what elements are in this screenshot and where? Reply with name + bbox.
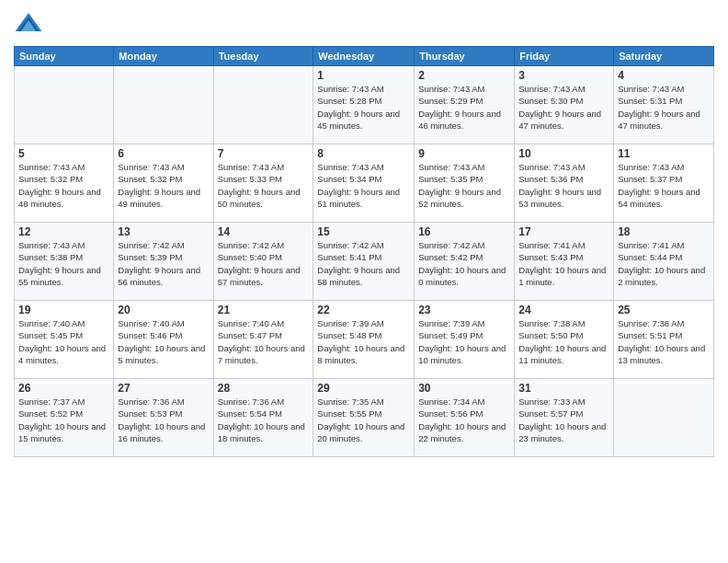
calendar-page: SundayMondayTuesdayWednesdayThursdayFrid… (0, 0, 728, 563)
calendar-header-row: SundayMondayTuesdayWednesdayThursdayFrid… (15, 47, 714, 66)
calendar-cell: 10Sunrise: 7:43 AM Sunset: 5:36 PM Dayli… (515, 144, 614, 223)
calendar-cell: 8Sunrise: 7:43 AM Sunset: 5:34 PM Daylig… (313, 144, 415, 223)
logo (14, 9, 47, 39)
calendar-cell: 25Sunrise: 7:38 AM Sunset: 5:51 PM Dayli… (614, 301, 714, 379)
day-header-tuesday: Tuesday (213, 47, 313, 66)
day-number: 2 (418, 69, 510, 82)
day-number: 4 (618, 69, 710, 82)
calendar-cell (213, 66, 313, 144)
day-number: 18 (618, 225, 710, 238)
calendar-cell: 3Sunrise: 7:43 AM Sunset: 5:30 PM Daylig… (515, 66, 614, 144)
calendar-cell: 16Sunrise: 7:42 AM Sunset: 5:42 PM Dayli… (415, 223, 515, 301)
day-header-monday: Monday (114, 47, 213, 66)
day-info: Sunrise: 7:43 AM Sunset: 5:30 PM Dayligh… (518, 83, 609, 132)
day-number: 16 (418, 225, 510, 238)
day-info: Sunrise: 7:43 AM Sunset: 5:34 PM Dayligh… (317, 161, 410, 210)
day-number: 1 (317, 69, 410, 82)
calendar-cell: 29Sunrise: 7:35 AM Sunset: 5:55 PM Dayli… (313, 379, 415, 457)
day-info: Sunrise: 7:34 AM Sunset: 5:56 PM Dayligh… (418, 396, 510, 444)
day-number: 21 (218, 304, 310, 316)
day-number: 28 (218, 382, 310, 395)
day-number: 20 (118, 304, 209, 316)
header (14, 9, 714, 39)
day-number: 5 (18, 147, 109, 160)
day-number: 19 (18, 304, 109, 316)
calendar-cell (114, 66, 213, 144)
day-number: 8 (317, 147, 410, 160)
day-number: 30 (418, 382, 510, 395)
day-number: 15 (317, 225, 410, 238)
calendar-cell: 15Sunrise: 7:42 AM Sunset: 5:41 PM Dayli… (313, 223, 415, 301)
calendar-week-row: 1Sunrise: 7:43 AM Sunset: 5:28 PM Daylig… (15, 66, 714, 144)
day-info: Sunrise: 7:43 AM Sunset: 5:28 PM Dayligh… (317, 83, 410, 132)
calendar-cell: 9Sunrise: 7:43 AM Sunset: 5:35 PM Daylig… (415, 144, 515, 223)
day-number: 26 (18, 382, 109, 395)
calendar-cell: 7Sunrise: 7:43 AM Sunset: 5:33 PM Daylig… (213, 144, 313, 223)
calendar-cell: 24Sunrise: 7:38 AM Sunset: 5:50 PM Dayli… (515, 301, 614, 379)
day-number: 12 (18, 225, 109, 238)
day-info: Sunrise: 7:33 AM Sunset: 5:57 PM Dayligh… (518, 396, 609, 444)
calendar-cell: 27Sunrise: 7:36 AM Sunset: 5:53 PM Dayli… (114, 379, 213, 457)
day-number: 9 (418, 147, 510, 160)
day-info: Sunrise: 7:39 AM Sunset: 5:48 PM Dayligh… (317, 317, 410, 366)
calendar-cell: 30Sunrise: 7:34 AM Sunset: 5:56 PM Dayli… (415, 379, 515, 457)
day-info: Sunrise: 7:43 AM Sunset: 5:37 PM Dayligh… (618, 161, 710, 210)
day-info: Sunrise: 7:43 AM Sunset: 5:31 PM Dayligh… (618, 83, 710, 132)
day-number: 13 (118, 225, 209, 238)
day-header-thursday: Thursday (415, 47, 515, 66)
day-info: Sunrise: 7:38 AM Sunset: 5:51 PM Dayligh… (618, 317, 710, 366)
day-header-friday: Friday (515, 47, 614, 66)
calendar-cell: 28Sunrise: 7:36 AM Sunset: 5:54 PM Dayli… (213, 379, 313, 457)
calendar-cell: 5Sunrise: 7:43 AM Sunset: 5:32 PM Daylig… (15, 144, 114, 223)
day-info: Sunrise: 7:36 AM Sunset: 5:54 PM Dayligh… (218, 396, 310, 444)
calendar-cell: 14Sunrise: 7:42 AM Sunset: 5:40 PM Dayli… (213, 223, 313, 301)
calendar-week-row: 26Sunrise: 7:37 AM Sunset: 5:52 PM Dayli… (15, 379, 714, 457)
calendar-cell: 31Sunrise: 7:33 AM Sunset: 5:57 PM Dayli… (515, 379, 614, 457)
calendar-cell: 22Sunrise: 7:39 AM Sunset: 5:48 PM Dayli… (313, 301, 415, 379)
day-number: 22 (317, 304, 410, 316)
calendar-cell: 19Sunrise: 7:40 AM Sunset: 5:45 PM Dayli… (15, 301, 114, 379)
calendar-cell: 23Sunrise: 7:39 AM Sunset: 5:49 PM Dayli… (415, 301, 515, 379)
day-info: Sunrise: 7:43 AM Sunset: 5:32 PM Dayligh… (18, 161, 109, 210)
day-number: 23 (418, 304, 510, 316)
day-info: Sunrise: 7:40 AM Sunset: 5:47 PM Dayligh… (218, 317, 310, 366)
day-header-sunday: Sunday (15, 47, 114, 66)
calendar-week-row: 12Sunrise: 7:43 AM Sunset: 5:38 PM Dayli… (15, 223, 714, 301)
day-info: Sunrise: 7:43 AM Sunset: 5:35 PM Dayligh… (418, 161, 510, 210)
day-header-saturday: Saturday (614, 47, 714, 66)
calendar-cell: 17Sunrise: 7:41 AM Sunset: 5:43 PM Dayli… (515, 223, 614, 301)
day-info: Sunrise: 7:35 AM Sunset: 5:55 PM Dayligh… (317, 396, 410, 444)
day-info: Sunrise: 7:42 AM Sunset: 5:39 PM Dayligh… (118, 239, 209, 288)
day-info: Sunrise: 7:42 AM Sunset: 5:41 PM Dayligh… (317, 239, 410, 288)
day-number: 27 (118, 382, 209, 395)
day-info: Sunrise: 7:38 AM Sunset: 5:50 PM Dayligh… (518, 317, 609, 366)
calendar-cell: 12Sunrise: 7:43 AM Sunset: 5:38 PM Dayli… (15, 223, 114, 301)
day-info: Sunrise: 7:41 AM Sunset: 5:43 PM Dayligh… (518, 239, 609, 288)
calendar-cell: 4Sunrise: 7:43 AM Sunset: 5:31 PM Daylig… (614, 66, 714, 144)
calendar-cell: 6Sunrise: 7:43 AM Sunset: 5:32 PM Daylig… (114, 144, 213, 223)
calendar-week-row: 19Sunrise: 7:40 AM Sunset: 5:45 PM Dayli… (15, 301, 714, 379)
day-info: Sunrise: 7:40 AM Sunset: 5:45 PM Dayligh… (18, 317, 109, 366)
day-number: 24 (518, 304, 609, 316)
calendar-week-row: 5Sunrise: 7:43 AM Sunset: 5:32 PM Daylig… (15, 144, 714, 223)
day-info: Sunrise: 7:43 AM Sunset: 5:29 PM Dayligh… (418, 83, 510, 132)
calendar-cell: 11Sunrise: 7:43 AM Sunset: 5:37 PM Dayli… (614, 144, 714, 223)
day-info: Sunrise: 7:42 AM Sunset: 5:40 PM Dayligh… (218, 239, 310, 288)
day-info: Sunrise: 7:42 AM Sunset: 5:42 PM Dayligh… (418, 239, 510, 288)
day-number: 31 (518, 382, 609, 395)
day-number: 25 (618, 304, 710, 316)
day-info: Sunrise: 7:37 AM Sunset: 5:52 PM Dayligh… (18, 396, 109, 444)
day-info: Sunrise: 7:43 AM Sunset: 5:33 PM Dayligh… (218, 161, 310, 210)
calendar-cell (614, 379, 714, 457)
calendar-cell (15, 66, 114, 144)
day-number: 6 (118, 147, 209, 160)
day-header-wednesday: Wednesday (313, 47, 415, 66)
day-info: Sunrise: 7:43 AM Sunset: 5:38 PM Dayligh… (18, 239, 109, 288)
logo-icon (14, 9, 43, 39)
day-number: 17 (518, 225, 609, 238)
day-number: 3 (518, 69, 609, 82)
day-info: Sunrise: 7:43 AM Sunset: 5:36 PM Dayligh… (518, 161, 609, 210)
day-number: 29 (317, 382, 410, 395)
day-info: Sunrise: 7:39 AM Sunset: 5:49 PM Dayligh… (418, 317, 510, 366)
day-number: 7 (218, 147, 310, 160)
